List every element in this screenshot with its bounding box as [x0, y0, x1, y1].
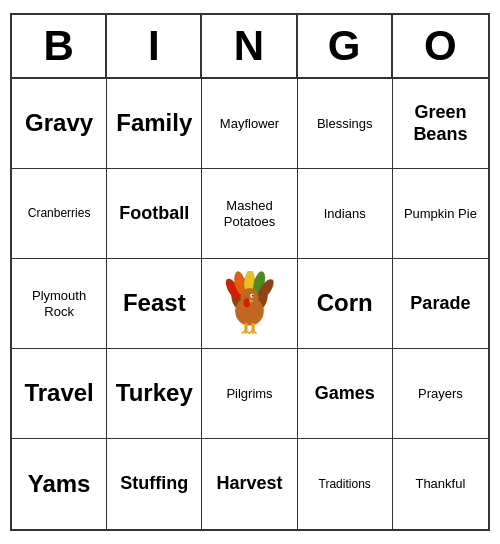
cell-r1c3[interactable]: Mayflower: [202, 79, 297, 169]
cell-r1c2[interactable]: Family: [107, 79, 202, 169]
cell-text: Traditions: [319, 477, 371, 491]
cell-text: Feast: [123, 289, 186, 318]
cell-text: Thankful: [415, 476, 465, 492]
cell-text: Parade: [410, 293, 470, 315]
cell-r4c4[interactable]: Games: [298, 349, 393, 439]
cell-text: Turkey: [116, 379, 193, 408]
cell-text: Mashed Potatoes: [206, 198, 292, 229]
svg-rect-12: [244, 323, 247, 331]
letter-g: G: [298, 15, 393, 77]
bingo-grid: Gravy Family Mayflower Blessings Green B…: [12, 79, 488, 529]
cell-text: Stuffing: [120, 473, 188, 495]
cell-r5c5[interactable]: Thankful: [393, 439, 488, 529]
cell-text: Family: [116, 109, 192, 138]
letter-n: N: [202, 15, 297, 77]
cell-r1c4[interactable]: Blessings: [298, 79, 393, 169]
letter-b: B: [12, 15, 107, 77]
cell-r3c1[interactable]: Plymouth Rock: [12, 259, 107, 349]
cell-r4c1[interactable]: Travel: [12, 349, 107, 439]
cell-r5c2[interactable]: Stuffing: [107, 439, 202, 529]
cell-r3c2[interactable]: Feast: [107, 259, 202, 349]
cell-r5c4[interactable]: Traditions: [298, 439, 393, 529]
letter-i: I: [107, 15, 202, 77]
cell-text: Blessings: [317, 116, 373, 132]
bingo-header: B I N G O: [12, 15, 488, 79]
cell-r3c4[interactable]: Corn: [298, 259, 393, 349]
cell-text: Pilgrims: [226, 386, 272, 402]
cell-r1c5[interactable]: Green Beans: [393, 79, 488, 169]
cell-r2c4[interactable]: Indians: [298, 169, 393, 259]
cell-text: Mayflower: [220, 116, 279, 132]
cell-text: Indians: [324, 206, 366, 222]
cell-text: Gravy: [25, 109, 93, 138]
svg-point-11: [252, 295, 254, 297]
cell-text: Plymouth Rock: [16, 288, 102, 319]
cell-r4c5[interactable]: Prayers: [393, 349, 488, 439]
cell-text: Corn: [317, 289, 373, 318]
cell-r2c2[interactable]: Football: [107, 169, 202, 259]
cell-r5c3[interactable]: Harvest: [202, 439, 297, 529]
cell-r4c2[interactable]: Turkey: [107, 349, 202, 439]
letter-o: O: [393, 15, 488, 77]
cell-r2c1[interactable]: Cranberries: [12, 169, 107, 259]
cell-text: Pumpkin Pie: [404, 206, 477, 222]
cell-text: Games: [315, 383, 375, 405]
cell-text: Yams: [28, 470, 91, 499]
svg-rect-13: [251, 323, 254, 331]
cell-r3c3-turkey[interactable]: [202, 259, 297, 349]
cell-r4c3[interactable]: Pilgrims: [202, 349, 297, 439]
cell-text: Travel: [24, 379, 93, 408]
cell-text: Football: [119, 203, 189, 225]
svg-point-8: [244, 298, 251, 307]
cell-text: Harvest: [216, 473, 282, 495]
turkey-icon: [217, 271, 282, 336]
cell-r3c5[interactable]: Parade: [393, 259, 488, 349]
bingo-card: B I N G O Gravy Family Mayflower Blessin…: [10, 13, 490, 531]
cell-r2c3[interactable]: Mashed Potatoes: [202, 169, 297, 259]
cell-r1c1[interactable]: Gravy: [12, 79, 107, 169]
cell-r5c1[interactable]: Yams: [12, 439, 107, 529]
cell-r2c5[interactable]: Pumpkin Pie: [393, 169, 488, 259]
cell-text: Cranberries: [28, 206, 91, 220]
cell-text: Green Beans: [397, 102, 484, 145]
cell-text: Prayers: [418, 386, 463, 402]
